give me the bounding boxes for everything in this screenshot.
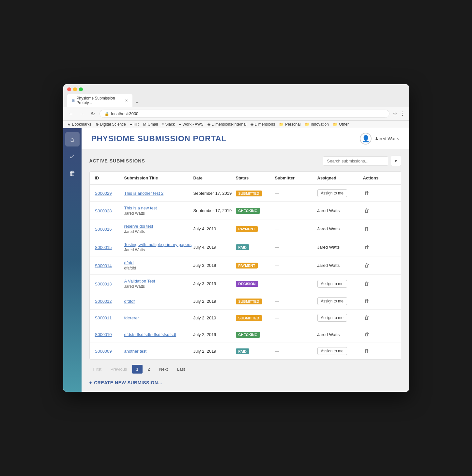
- active-tab[interactable]: ⊞ Physiome Submission Prototy... ✕: [67, 94, 132, 107]
- bookmark-personal[interactable]: 📁 Personal: [279, 122, 300, 127]
- search-area: ▼: [323, 156, 401, 166]
- bookmark-digital-science[interactable]: ⊕ Digital Science: [96, 122, 126, 127]
- cell-title: reserve doi testJared Watts: [124, 224, 193, 234]
- submitter-dash: —: [275, 208, 279, 213]
- url-bar[interactable]: 🔒 localhost:3000: [99, 110, 389, 118]
- submission-id-link[interactable]: S000015: [95, 245, 112, 250]
- submission-title-link[interactable]: Testing with multiple primary papers: [124, 242, 193, 247]
- aws-icon: ●: [179, 122, 181, 127]
- page-last-button[interactable]: Last: [173, 365, 189, 374]
- submission-title-link[interactable]: A Validation Test: [124, 279, 193, 284]
- submission-id-link[interactable]: S000016: [95, 227, 112, 232]
- forward-button[interactable]: →: [78, 110, 86, 117]
- user-info[interactable]: 👤 Jared Watts: [360, 133, 399, 145]
- sidebar-item-expand[interactable]: ⤢: [65, 149, 80, 163]
- close-button[interactable]: [67, 87, 71, 91]
- submission-title-link[interactable]: fdererer: [124, 315, 193, 320]
- submission-id-link[interactable]: S000009: [95, 349, 112, 354]
- bookmark-label: Innovation: [311, 122, 329, 127]
- cell-assigned: Assign to me: [317, 347, 363, 355]
- bookmark-dimensions-internal[interactable]: ◈ Dimensions-Internal: [207, 122, 247, 127]
- gmail-icon: M: [143, 122, 146, 127]
- submission-id-link[interactable]: S000010: [95, 332, 112, 337]
- browser-chrome: ⊞ Physiome Submission Prototy... ✕ +: [63, 84, 409, 107]
- page-first-button[interactable]: First: [89, 365, 105, 374]
- minimize-button[interactable]: [73, 87, 77, 91]
- delete-button[interactable]: 🗑: [363, 280, 371, 288]
- bookmark-gmail[interactable]: M Gmail: [143, 122, 158, 127]
- delete-button[interactable]: 🗑: [363, 225, 371, 233]
- sidebar-item-home[interactable]: ⌂: [65, 132, 80, 146]
- bookmark-dimensions[interactable]: ◈ Dimensions: [251, 122, 275, 127]
- reload-button[interactable]: ↻: [89, 110, 96, 117]
- assign-to-me-button[interactable]: Assign to me: [317, 189, 347, 197]
- maximize-button[interactable]: [79, 87, 83, 91]
- assigned-name: Jared Watts: [317, 208, 340, 213]
- dimensions-internal-icon: ◈: [207, 122, 210, 127]
- back-button[interactable]: ←: [67, 110, 75, 117]
- page-next-button[interactable]: Next: [155, 365, 172, 374]
- trash-icon: 🗑: [69, 170, 76, 177]
- submission-id-link[interactable]: S000013: [95, 282, 112, 286]
- bookmark-aws[interactable]: ● Work - AWS: [179, 122, 204, 127]
- new-tab-button[interactable]: +: [133, 99, 141, 107]
- filter-button[interactable]: ▼: [391, 156, 401, 166]
- bookmark-hr[interactable]: ● HR: [130, 122, 139, 127]
- submission-title-link[interactable]: another test: [124, 349, 193, 354]
- delete-button[interactable]: 🗑: [363, 347, 371, 355]
- table-body: S000029This is another test 2September 1…: [90, 185, 401, 359]
- cell-actions: 🗑: [363, 314, 396, 322]
- assign-to-me-button[interactable]: Assign to me: [317, 297, 347, 305]
- bookmark-other[interactable]: 📁 Other: [333, 122, 349, 127]
- delete-button[interactable]: 🗑: [363, 243, 371, 252]
- cell-status: PAID: [236, 348, 275, 354]
- assign-to-me-button[interactable]: Assign to me: [317, 347, 347, 355]
- expand-icon: ⤢: [69, 152, 75, 160]
- cell-actions: 🗑: [363, 243, 396, 252]
- bookmark-innovation[interactable]: 📁 Innovation: [305, 122, 329, 127]
- delete-button[interactable]: 🗑: [363, 261, 371, 270]
- cell-assigned: Jared Watts: [317, 332, 363, 337]
- bookmark-bookmarks[interactable]: ★ Bookmarks: [67, 122, 92, 127]
- delete-button[interactable]: 🗑: [363, 297, 371, 305]
- cell-actions: 🗑: [363, 207, 396, 215]
- assign-to-me-button[interactable]: Assign to me: [317, 280, 347, 288]
- bookmark-icon[interactable]: ☆: [393, 111, 397, 117]
- page-2-button[interactable]: 2: [144, 365, 154, 374]
- submitter-dash: —: [275, 226, 279, 231]
- delete-button[interactable]: 🗑: [363, 189, 371, 197]
- search-input[interactable]: [323, 156, 388, 166]
- sidebar: ⌂ ⤢ 🗑: [63, 128, 82, 392]
- cell-date: July 2, 2019: [193, 332, 236, 337]
- page-previous-button[interactable]: Previous: [107, 365, 131, 374]
- assign-to-me-button[interactable]: Assign to me: [317, 314, 347, 322]
- cell-title: dfdfdf: [124, 299, 193, 304]
- menu-icon[interactable]: ⋮: [400, 111, 405, 117]
- submission-id-link[interactable]: S000012: [95, 299, 112, 304]
- submission-title-link[interactable]: dfdfdf: [124, 299, 193, 304]
- tab-close-icon[interactable]: ✕: [125, 99, 128, 103]
- browser-traffic-lights: [67, 87, 405, 91]
- delete-button[interactable]: 🗑: [363, 314, 371, 322]
- submission-title-link[interactable]: reserve doi test: [124, 224, 193, 229]
- bookmark-label: Dimensions-Internal: [212, 122, 247, 127]
- submission-title-link[interactable]: This is a new test: [124, 206, 193, 210]
- create-new-submission[interactable]: + CREATE NEW SUBMISSION...: [89, 380, 401, 385]
- submission-title-link[interactable]: dfdsfsdfsdfsdfsdfsdfsfsdfsdf: [124, 332, 193, 337]
- sidebar-item-trash[interactable]: 🗑: [65, 166, 80, 180]
- cell-status: SUBMITTED: [236, 315, 275, 321]
- cell-id: S000009: [95, 348, 124, 354]
- submission-title-link[interactable]: This is another test 2: [124, 191, 193, 196]
- delete-button[interactable]: 🗑: [363, 330, 371, 339]
- page-1-button[interactable]: 1: [132, 365, 142, 374]
- delete-button[interactable]: 🗑: [363, 207, 371, 215]
- bookmark-slack[interactable]: # Slack: [162, 122, 175, 127]
- submission-id-link[interactable]: S000028: [95, 208, 112, 213]
- submission-id-link[interactable]: S000029: [95, 191, 112, 196]
- assigned-name: Jared Watts: [317, 263, 340, 268]
- submission-id-link[interactable]: S000011: [95, 315, 112, 320]
- submission-id-link[interactable]: S000014: [95, 263, 112, 268]
- status-badge: SUBMITTED: [236, 191, 262, 196]
- submitter-name: Jared Watts: [124, 248, 193, 252]
- submission-title-link[interactable]: dfafd: [124, 260, 193, 265]
